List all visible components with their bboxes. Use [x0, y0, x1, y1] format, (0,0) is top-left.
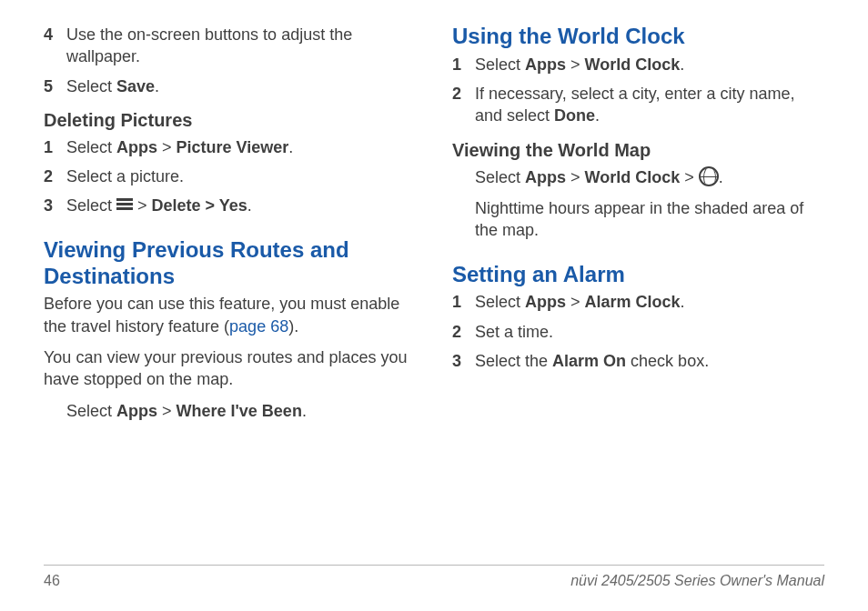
list-item: 1 Select Apps > World Clock. — [452, 54, 824, 75]
menu-icon — [116, 196, 133, 212]
list-item: 4 Use the on-screen buttons to adjust th… — [44, 24, 416, 68]
step-number: 3 — [44, 195, 66, 216]
paragraph: Select Apps > Where I've Been. — [44, 400, 416, 422]
page-footer: 46 nüvi 2405/2505 Series Owner's Manual — [44, 565, 824, 589]
step-text: Select Apps > Alarm Clock. — [475, 291, 824, 313]
heading-previous-routes: Viewing Previous Routes and Destinations — [44, 237, 416, 290]
paragraph: Nighttime hours appear in the shaded are… — [452, 197, 824, 242]
step-number: 1 — [452, 54, 475, 75]
page-number: 46 — [44, 573, 60, 589]
list-item: 3 Select the Alarm On check box. — [452, 350, 824, 372]
subheading-deleting-pictures: Deleting Pictures — [44, 110, 416, 131]
heading-world-clock: Using the World Clock — [452, 24, 824, 50]
paragraph: You can view your previous routes and pl… — [44, 346, 416, 391]
step-number: 2 — [44, 165, 66, 187]
list-item: 2 Select a picture. — [44, 165, 416, 187]
heading-setting-alarm: Setting an Alarm — [452, 262, 824, 288]
link-page-68[interactable]: page 68 — [229, 317, 288, 336]
globe-icon — [699, 166, 719, 186]
step-number: 1 — [44, 136, 66, 158]
step-text: Select > Delete > Yes. — [66, 195, 416, 216]
step-text: Select a picture. — [66, 165, 416, 187]
step-number: 2 — [452, 321, 475, 343]
step-text: Select Save. — [66, 75, 416, 97]
step-number: 1 — [452, 291, 475, 313]
list-item: 1 Select Apps > Alarm Clock. — [452, 291, 824, 313]
paragraph: Select Apps > World Clock > . — [452, 166, 824, 188]
step-number: 5 — [44, 75, 66, 97]
step-text: If necessary, select a city, enter a cit… — [475, 83, 824, 127]
list-item: 2 Set a time. — [452, 321, 824, 343]
step-number: 4 — [44, 24, 66, 68]
left-column: 4 Use the on-screen buttons to adjust th… — [44, 24, 416, 519]
content-columns: 4 Use the on-screen buttons to adjust th… — [44, 24, 824, 519]
right-column: Using the World Clock 1 Select Apps > Wo… — [452, 24, 824, 519]
step-text: Set a time. — [475, 321, 824, 343]
step-number: 3 — [452, 350, 475, 372]
step-text: Select Apps > Picture Viewer. — [66, 136, 416, 158]
list-item: 5 Select Save. — [44, 75, 416, 97]
step-text: Use the on-screen buttons to adjust the … — [66, 24, 416, 68]
paragraph: Before you can use this feature, you mus… — [44, 293, 416, 337]
step-text: Select Apps > World Clock. — [475, 54, 824, 75]
list-item: 2 If necessary, select a city, enter a c… — [452, 83, 824, 127]
step-text: Select the Alarm On check box. — [475, 350, 824, 372]
step-number: 2 — [452, 83, 475, 127]
list-item: 3 Select > Delete > Yes. — [44, 195, 416, 216]
subheading-world-map: Viewing the World Map — [452, 140, 824, 161]
manual-title: nüvi 2405/2505 Series Owner's Manual — [570, 573, 824, 589]
list-item: 1 Select Apps > Picture Viewer. — [44, 136, 416, 158]
